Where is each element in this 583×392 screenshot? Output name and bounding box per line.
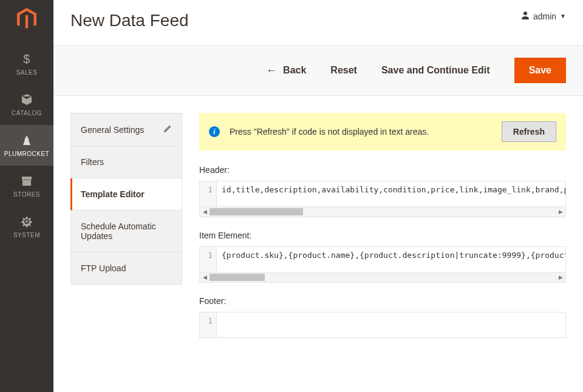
store-icon <box>21 174 33 188</box>
footer-editor[interactable]: 1 <box>199 312 566 338</box>
arrow-left-icon: ← <box>266 64 277 77</box>
tabs-panel: General Settings Filters Template Editor… <box>70 113 182 285</box>
save-button[interactable]: Save <box>514 58 566 83</box>
nav-stores[interactable]: STORES <box>0 166 53 206</box>
nav-label: STORES <box>13 191 40 198</box>
header-code[interactable]: id,title,description,availability,condit… <box>217 181 565 206</box>
back-button[interactable]: ← Back <box>266 64 306 77</box>
user-icon <box>521 11 530 21</box>
alert-text: Press "Refresh" if code is not displayed… <box>230 127 492 137</box>
item-code[interactable]: {product.sku},{product.name},{product.de… <box>217 247 565 272</box>
alert-box: i Press "Refresh" if code is not display… <box>199 113 566 150</box>
horizontal-scrollbar[interactable]: ◀ ▶ <box>200 206 565 217</box>
scroll-right-icon[interactable]: ▶ <box>556 272 565 282</box>
info-icon: i <box>209 126 220 137</box>
nav-label: PLUMROCKET <box>4 150 49 157</box>
gear-icon <box>21 215 33 228</box>
scroll-thumb[interactable] <box>210 274 265 281</box>
user-name: admin <box>533 12 556 21</box>
scroll-left-icon[interactable]: ◀ <box>200 272 210 282</box>
scroll-right-icon[interactable]: ▶ <box>556 207 565 217</box>
tab-ftp-upload[interactable]: FTP Upload <box>71 252 182 284</box>
line-gutter: 1 <box>200 247 217 272</box>
pencil-icon <box>163 124 172 135</box>
refresh-button[interactable]: Refresh <box>502 121 556 142</box>
user-menu[interactable]: admin ▼ <box>521 11 566 21</box>
nav-label: SALES <box>16 69 38 76</box>
nav-system[interactable]: SYSTEM <box>0 206 53 247</box>
nav-sales[interactable]: $ SALES <box>0 44 53 84</box>
magento-logo[interactable] <box>15 7 39 32</box>
header-editor[interactable]: 1 id,title,description,availability,cond… <box>199 181 566 217</box>
chevron-down-icon: ▼ <box>560 13 566 19</box>
admin-sidebar: $ SALES CATALOG PLUMROCKET STORES <box>0 0 53 392</box>
scroll-track[interactable] <box>210 207 556 217</box>
tab-label: FTP Upload <box>81 263 126 273</box>
nav-catalog[interactable]: CATALOG <box>0 84 53 125</box>
tab-label: Filters <box>81 157 104 167</box>
item-editor[interactable]: 1 {product.sku},{product.name},{product.… <box>199 246 566 283</box>
horizontal-scrollbar[interactable]: ◀ ▶ <box>200 272 565 282</box>
tab-filters[interactable]: Filters <box>71 146 182 178</box>
footer-label: Footer: <box>199 296 566 306</box>
svg-point-1 <box>523 12 527 15</box>
nav-plumrocket[interactable]: PLUMROCKET <box>0 125 53 166</box>
tab-label: General Settings <box>81 125 144 135</box>
plumrocket-icon <box>21 133 33 147</box>
tab-template-editor[interactable]: Template Editor <box>70 178 182 211</box>
tab-label: Schedule Automatic Updates <box>81 221 172 241</box>
nav-label: CATALOG <box>12 110 42 117</box>
nav-label: SYSTEM <box>13 232 40 238</box>
scroll-track[interactable] <box>210 272 556 282</box>
tab-general-settings[interactable]: General Settings <box>71 113 182 146</box>
page-title: New Data Feed <box>70 11 189 30</box>
line-gutter: 1 <box>200 313 217 337</box>
tab-schedule-updates[interactable]: Schedule Automatic Updates <box>71 211 182 252</box>
page-header: New Data Feed admin ▼ <box>53 0 583 45</box>
dollar-icon: $ <box>23 52 30 66</box>
reset-button[interactable]: Reset <box>330 65 357 76</box>
save-continue-button[interactable]: Save and Continue Edit <box>381 65 490 76</box>
header-label: Header: <box>199 165 566 175</box>
tab-label: Template Editor <box>81 189 145 199</box>
scroll-left-icon[interactable]: ◀ <box>200 207 210 217</box>
scroll-thumb[interactable] <box>210 208 303 215</box>
footer-code[interactable] <box>217 313 565 337</box>
item-label: Item Element: <box>199 231 566 240</box>
back-label: Back <box>283 65 306 76</box>
box-icon <box>21 93 33 106</box>
editor-area: i Press "Refresh" if code is not display… <box>199 113 566 392</box>
line-gutter: 1 <box>200 181 217 206</box>
action-bar: ← Back Reset Save and Continue Edit Save <box>53 45 583 96</box>
svg-text:$: $ <box>23 53 30 65</box>
